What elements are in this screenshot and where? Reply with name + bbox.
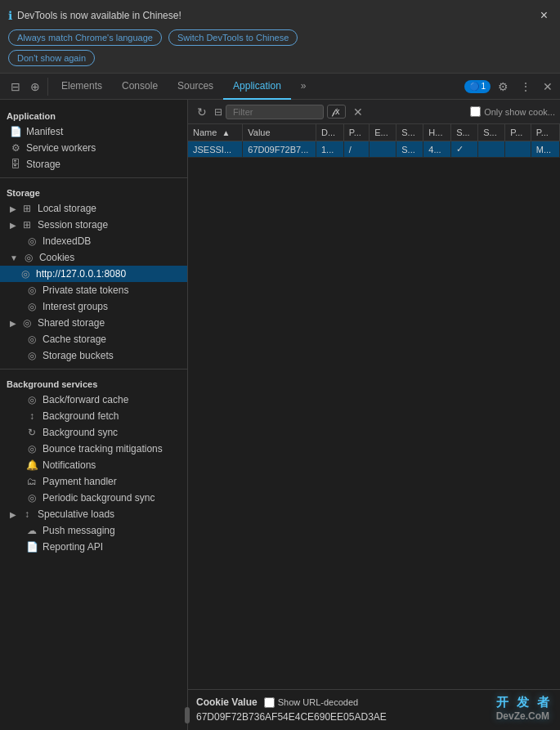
bfc-icon: ◎ [26, 394, 38, 405]
sidebar-item-private-state-tokens[interactable]: ◎ Private state tokens [0, 282, 187, 298]
settings-button[interactable]: ⚙ [494, 78, 513, 96]
cookie-table-header: Name ▲ Value D... P... E... S... H... S.… [188, 124, 560, 141]
tab-more[interactable]: » [291, 74, 316, 100]
clear-filter-button[interactable]: ✕ [349, 104, 367, 120]
cookie-url-label: http://127.0.0.1:8080 [36, 268, 126, 280]
filter-input[interactable] [226, 105, 324, 119]
info-icon: ℹ [8, 9, 12, 22]
sidebar: Application 📄 Manifest ⚙ Service workers… [0, 100, 188, 730]
cache-storage-icon: ◎ [26, 334, 38, 345]
col-name[interactable]: Name ▲ [188, 124, 243, 141]
pbs-label: Periodic background sync [43, 492, 155, 504]
cell-s2: ✓ [451, 141, 478, 158]
more-options-button[interactable]: ⋮ [516, 78, 535, 96]
indexeddb-label: IndexedDB [43, 235, 91, 247]
show-url-checkbox[interactable] [264, 697, 275, 708]
reporting-icon: 📄 [26, 541, 38, 553]
col-s[interactable]: S... [396, 124, 423, 141]
tab-elements[interactable]: Elements [52, 74, 112, 100]
cookie-table: Name ▲ Value D... P... E... S... H... S.… [188, 124, 560, 158]
sidebar-item-interest-groups[interactable]: ◎ Interest groups [0, 298, 187, 315]
bg-section-label: Background services [0, 374, 187, 392]
col-p3[interactable]: P... [531, 124, 559, 141]
issues-badge[interactable]: 🔵 1 [464, 80, 491, 93]
dont-show-again-button[interactable]: Don't show again [8, 50, 95, 66]
content-panel: ↻ ⊟ 𝒻x ✕ Only show cook... Name ▲ Value … [188, 100, 560, 730]
tab-sources[interactable]: Sources [168, 74, 223, 100]
bfc-label: Back/forward cache [43, 394, 128, 405]
tab-console[interactable]: Console [112, 74, 168, 100]
sidebar-item-storage-buckets[interactable]: ◎ Storage buckets [0, 347, 187, 364]
cookie-value-header: Cookie Value Show URL-decoded [196, 696, 552, 708]
separator-2 [0, 369, 187, 369]
session-storage-label: Session storage [38, 219, 108, 231]
sidebar-item-back-forward-cache[interactable]: ◎ Back/forward cache [0, 392, 187, 408]
notification-close-button[interactable]: × [536, 7, 552, 25]
bg-fetch-icon: ↕ [26, 410, 38, 422]
sidebar-item-manifest[interactable]: 📄 Manifest [0, 123, 187, 140]
fx-button[interactable]: 𝒻x [327, 105, 346, 119]
sidebar-item-reporting-api[interactable]: 📄 Reporting API [0, 539, 187, 555]
sidebar-item-push-messaging[interactable]: ☁ Push messaging [0, 522, 187, 539]
sidebar-item-cookie-url[interactable]: ◎ http://127.0.0.1:8080 [0, 266, 187, 282]
payment-icon: 🗂 [26, 476, 38, 487]
col-s3[interactable]: S... [478, 124, 505, 141]
sidebar-item-local-storage[interactable]: ▶ ⊞ Local storage [0, 200, 187, 217]
sidebar-item-storage-app[interactable]: 🗄 Storage [0, 156, 187, 172]
col-e[interactable]: E... [370, 124, 396, 141]
tab-application[interactable]: Application [223, 74, 291, 100]
cell-value: 67D09F72B7... [243, 141, 316, 158]
col-p[interactable]: P... [343, 124, 369, 141]
refresh-cookies-button[interactable]: ↻ [193, 104, 211, 120]
storage-app-icon: 🗄 [10, 159, 21, 170]
sidebar-item-payment-handler[interactable]: 🗂 Payment handler [0, 473, 187, 490]
cookies-icon: ◎ [23, 252, 34, 263]
cookie-value-panel: Cookie Value Show URL-decoded 67D09F72B7… [188, 689, 560, 730]
device-toggle-button[interactable]: ⊟ [7, 78, 25, 96]
sidebar-item-bg-fetch[interactable]: ↕ Background fetch [0, 408, 187, 424]
col-value[interactable]: Value [243, 124, 316, 141]
only-cookies-label[interactable]: Only show cook... [470, 106, 555, 117]
bg-fetch-label: Background fetch [43, 410, 119, 422]
sidebar-item-cache-storage[interactable]: ◎ Cache storage [0, 331, 187, 347]
cell-s: S... [396, 141, 423, 158]
element-picker-button[interactable]: ⊕ [26, 78, 44, 96]
cookie-table-wrapper: Name ▲ Value D... P... E... S... H... S.… [188, 124, 560, 689]
sidebar-item-service-workers[interactable]: ⚙ Service workers [0, 140, 187, 156]
cell-d: 1... [316, 141, 343, 158]
sidebar-item-shared-storage[interactable]: ▶ ◎ Shared storage [0, 315, 187, 331]
sidebar-item-speculative-loads[interactable]: ▶ ↕ Speculative loads [0, 506, 187, 522]
col-s2[interactable]: S... [451, 124, 478, 141]
match-language-button[interactable]: Always match Chrome's language [8, 29, 162, 46]
devtools-toolbar: ⊟ ⊕ Elements Console Sources Application… [0, 74, 560, 100]
toolbar-device-icons: ⊟ ⊕ [3, 78, 48, 96]
local-storage-label: Local storage [38, 203, 96, 214]
sidebar-item-bounce-tracking[interactable]: ◎ Bounce tracking mitigations [0, 441, 187, 457]
sidebar-item-cookies[interactable]: ▼ ◎ Cookies [0, 249, 187, 266]
table-row[interactable]: JSESSI... 67D09F72B7... 1... / S... 4...… [188, 141, 560, 158]
session-storage-icon: ⊞ [21, 219, 33, 231]
sidebar-item-bg-sync[interactable]: ↻ Background sync [0, 424, 187, 441]
sidebar-item-indexeddb[interactable]: ◎ IndexedDB [0, 233, 187, 249]
notification-title: ℹ DevTools is now available in Chinese! … [8, 7, 552, 25]
sidebar-item-periodic-bg-sync[interactable]: ◎ Periodic background sync [0, 490, 187, 506]
switch-chinese-button[interactable]: Switch DevTools to Chinese [168, 29, 298, 46]
ig-label: Interest groups [43, 301, 108, 312]
col-h[interactable]: H... [423, 124, 451, 141]
only-cookies-checkbox[interactable] [470, 106, 481, 117]
service-workers-label: Service workers [26, 142, 96, 154]
cell-p2 [505, 141, 531, 158]
storage-app-label: Storage [26, 159, 60, 170]
reporting-label: Reporting API [43, 541, 103, 553]
sidebar-item-session-storage[interactable]: ▶ ⊞ Session storage [0, 217, 187, 233]
col-p2[interactable]: P... [505, 124, 531, 141]
notification-buttons: Always match Chrome's language Switch De… [8, 29, 552, 46]
close-devtools-button[interactable]: ✕ [539, 78, 557, 96]
col-d[interactable]: D... [316, 124, 343, 141]
cookie-value-text: 67D09F72B736AF54E4CE690EE05AD3AE [196, 711, 552, 723]
sidebar-item-notifications[interactable]: 🔔 Notifications [0, 457, 187, 473]
notification-text: DevTools is now available in Chinese! [17, 10, 181, 21]
manifest-label: Manifest [26, 126, 63, 137]
show-url-label[interactable]: Show URL-decoded [264, 697, 358, 708]
payment-label: Payment handler [43, 476, 117, 487]
